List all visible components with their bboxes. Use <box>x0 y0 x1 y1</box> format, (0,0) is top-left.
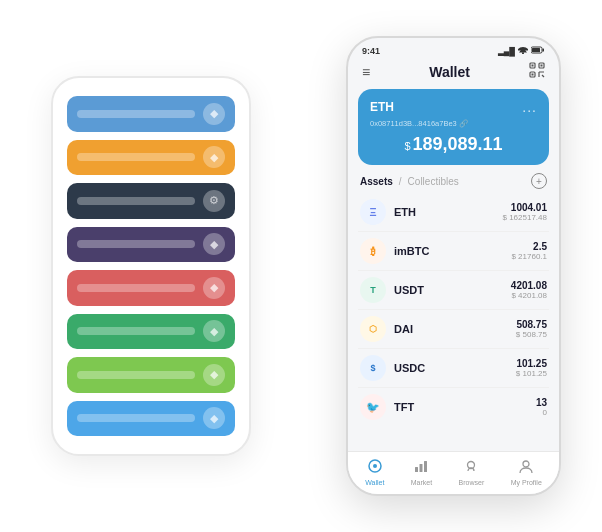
usdc-asset-icon: $ <box>360 355 386 381</box>
dai-asset-name: DAI <box>394 323 516 335</box>
svg-point-18 <box>523 461 529 467</box>
card-row-2[interactable]: ◆ <box>67 140 235 176</box>
status-bar: 9:41 ▂▄█ <box>348 38 559 60</box>
tft-asset-icon: 🐦 <box>360 394 386 420</box>
eth-card-address: 0x08711d3B...8416a7Be3 🔗 <box>370 119 537 128</box>
card-row-7[interactable]: ◆ <box>67 357 235 393</box>
dai-asset-icon: ⬡ <box>360 316 386 342</box>
asset-item-usdt[interactable]: T USDT 4201.08 $ 4201.08 <box>358 271 549 310</box>
asset-list: Ξ ETH 1004.01 $ 162517.48 ₿ imBTC 2.5 $ … <box>348 193 559 451</box>
eth-card[interactable]: ETH ... 0x08711d3B...8416a7Be3 🔗 $189,08… <box>358 89 549 165</box>
card-row-4[interactable]: ◆ <box>67 227 235 263</box>
profile-nav-label: My Profile <box>511 479 542 486</box>
card-icon-1: ◆ <box>203 103 225 125</box>
usdt-asset-name: USDT <box>394 284 511 296</box>
eth-balance-amount: 189,089.11 <box>413 134 503 154</box>
browser-nav-icon <box>463 458 479 477</box>
nav-wallet[interactable]: Wallet <box>365 458 384 486</box>
nav-profile[interactable]: My Profile <box>511 458 542 486</box>
card-icon-3: ⚙ <box>203 190 225 212</box>
card-icon-5: ◆ <box>203 277 225 299</box>
tft-asset-usd: 0 <box>536 408 547 417</box>
tab-collectibles[interactable]: Collectibles <box>408 176 459 187</box>
card-label-5 <box>77 284 195 292</box>
eth-asset-values: 1004.01 $ 162517.48 <box>503 202 548 222</box>
card-label-2 <box>77 153 195 161</box>
svg-rect-7 <box>540 65 542 67</box>
bottom-nav: Wallet Market <box>348 451 559 494</box>
asset-item-eth[interactable]: Ξ ETH 1004.01 $ 162517.48 <box>358 193 549 232</box>
fg-phone: 9:41 ▂▄█ ≡ Wallet <box>346 36 561 496</box>
scene: ◆ ◆ ⚙ ◆ ◆ ◆ ◆ ◆ <box>21 21 581 511</box>
dai-asset-values: 508.75 $ 508.75 <box>516 319 547 339</box>
card-icon-7: ◆ <box>203 364 225 386</box>
card-icon-6: ◆ <box>203 320 225 342</box>
card-icon-4: ◆ <box>203 233 225 255</box>
tab-assets[interactable]: Assets <box>360 176 393 187</box>
eth-card-title: ETH <box>370 100 394 114</box>
eth-asset-icon: Ξ <box>360 199 386 225</box>
imbtc-asset-name: imBTC <box>394 245 511 257</box>
tft-asset-values: 13 0 <box>536 397 547 417</box>
card-row-1[interactable]: ◆ <box>67 96 235 132</box>
tft-asset-name: TFT <box>394 401 536 413</box>
imbtc-asset-icon: ₿ <box>360 238 386 264</box>
usdt-asset-icon: T <box>360 277 386 303</box>
card-label-1 <box>77 110 195 118</box>
wallet-nav-icon <box>367 458 383 477</box>
bg-phone: ◆ ◆ ⚙ ◆ ◆ ◆ ◆ ◆ <box>51 76 251 456</box>
market-nav-label: Market <box>411 479 432 486</box>
eth-card-dots[interactable]: ... <box>522 99 537 115</box>
header-title: Wallet <box>429 64 470 80</box>
usdt-asset-values: 4201.08 $ 4201.08 <box>511 280 547 300</box>
svg-rect-14 <box>415 467 418 472</box>
asset-item-dai[interactable]: ⬡ DAI 508.75 $ 508.75 <box>358 310 549 349</box>
asset-item-tft[interactable]: 🐦 TFT 13 0 <box>358 388 549 426</box>
card-row-5[interactable]: ◆ <box>67 270 235 306</box>
card-row-3[interactable]: ⚙ <box>67 183 235 219</box>
eth-asset-amount: 1004.01 <box>503 202 548 213</box>
nav-market[interactable]: Market <box>411 458 432 486</box>
nav-browser[interactable]: Browser <box>459 458 485 486</box>
usdt-asset-usd: $ 4201.08 <box>511 291 547 300</box>
menu-icon[interactable]: ≡ <box>362 64 370 80</box>
assets-tabs: Assets / Collectibles <box>360 176 459 187</box>
dai-asset-usd: $ 508.75 <box>516 330 547 339</box>
card-label-4 <box>77 240 195 248</box>
wifi-icon <box>518 46 528 56</box>
card-icon-8: ◆ <box>203 407 225 429</box>
card-label-8 <box>77 414 195 422</box>
browser-nav-label: Browser <box>459 479 485 486</box>
svg-point-13 <box>373 464 377 468</box>
eth-asset-usd: $ 162517.48 <box>503 213 548 222</box>
profile-nav-icon <box>518 458 534 477</box>
imbtc-asset-usd: $ 21760.1 <box>511 252 547 261</box>
eth-card-balance: $189,089.11 <box>370 134 537 155</box>
eth-currency-symbol: $ <box>404 140 410 152</box>
card-label-3 <box>77 197 195 205</box>
market-nav-icon <box>413 458 429 477</box>
signal-icon: ▂▄█ <box>498 47 515 56</box>
assets-header: Assets / Collectibles + <box>348 165 559 193</box>
svg-rect-15 <box>420 464 423 472</box>
imbtc-asset-values: 2.5 $ 21760.1 <box>511 241 547 261</box>
card-label-6 <box>77 327 195 335</box>
time-display: 9:41 <box>362 46 380 56</box>
add-asset-button[interactable]: + <box>531 173 547 189</box>
card-row-6[interactable]: ◆ <box>67 314 235 350</box>
asset-item-usdc[interactable]: $ USDC 101.25 $ 101.25 <box>358 349 549 388</box>
imbtc-asset-amount: 2.5 <box>511 241 547 252</box>
usdc-asset-values: 101.25 $ 101.25 <box>516 358 547 378</box>
card-label-7 <box>77 371 195 379</box>
scan-icon[interactable] <box>529 62 545 81</box>
svg-rect-16 <box>424 461 427 472</box>
usdc-asset-amount: 101.25 <box>516 358 547 369</box>
dai-asset-amount: 508.75 <box>516 319 547 330</box>
status-icons: ▂▄█ <box>498 46 545 56</box>
battery-icon <box>531 46 545 56</box>
asset-item-imbtc[interactable]: ₿ imBTC 2.5 $ 21760.1 <box>358 232 549 271</box>
card-row-8[interactable]: ◆ <box>67 401 235 437</box>
tab-divider: / <box>399 176 402 187</box>
svg-rect-2 <box>543 49 545 52</box>
eth-card-header: ETH ... <box>370 99 537 115</box>
